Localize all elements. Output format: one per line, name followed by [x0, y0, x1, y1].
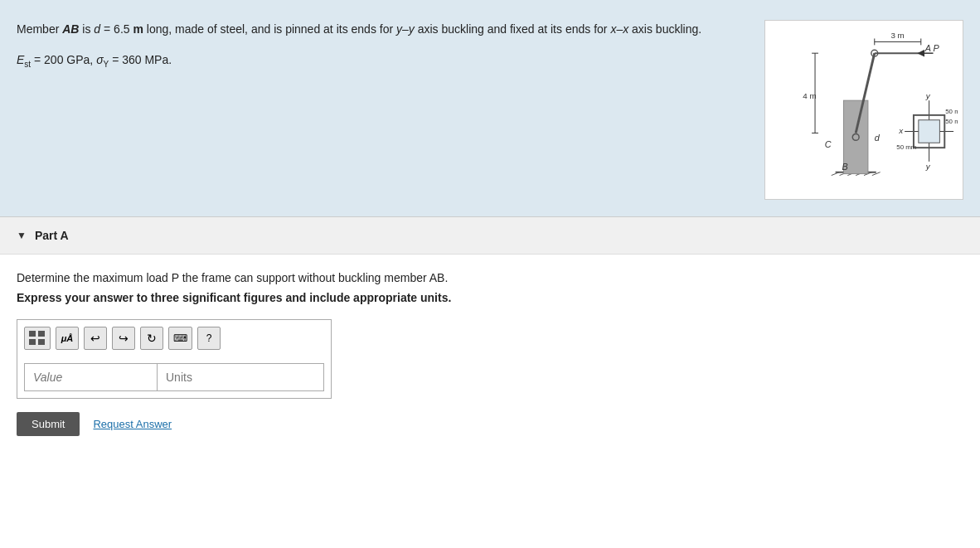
label-y-top: y	[925, 91, 931, 100]
input-row	[24, 363, 324, 391]
label-4m: 4 m	[803, 91, 816, 100]
label-B: B	[842, 162, 847, 172]
diagram-svg: 3 m A P 4 m C B d	[770, 26, 958, 192]
matrix-cell-2	[38, 331, 45, 337]
sigma-val: = 360 MPa.	[109, 53, 172, 66]
xx-axis: x–x	[610, 22, 628, 36]
label-C: C	[825, 139, 832, 149]
part-A-section: ▼ Part A	[0, 217, 980, 255]
e-sigma-line: Est = 200 GPa, σY = 360 MPa.	[17, 53, 748, 69]
yy-axis: y–y	[396, 22, 415, 36]
answer-input-area: μÅ ↩ ↪ ↻ ⌨ ?	[17, 319, 332, 399]
problem-statement: Member AB is d = 6.5 m long, made of ste…	[17, 20, 748, 38]
svg-rect-22	[919, 120, 940, 143]
units-icon-text: μÅ	[61, 333, 74, 343]
stmt-p4: long, made of steel, and is pinned at it…	[143, 22, 396, 36]
label-A: A	[924, 43, 931, 53]
matrix-cell-1	[29, 331, 36, 337]
label-50mm-bottom: 50 mm	[896, 143, 916, 151]
e-var: E	[17, 53, 24, 66]
determine-text: Determine the maximum load P the frame c…	[17, 271, 963, 284]
matrix-button[interactable]	[24, 327, 51, 350]
undo-button[interactable]: ↩	[84, 327, 107, 350]
label-d: d	[875, 133, 881, 143]
page-wrapper: Member AB is d = 6.5 m long, made of ste…	[0, 0, 980, 548]
request-answer-button[interactable]: Request Answer	[93, 418, 172, 430]
diagram-container: 3 m A P 4 m C B d	[764, 20, 963, 200]
member-AB: AB	[62, 22, 79, 36]
e-sub: st	[24, 60, 31, 69]
stmt-p5: axis buckling and fixed at its ends for	[415, 22, 611, 36]
units-button[interactable]: μÅ	[56, 327, 79, 350]
problem-text-block: Member AB is d = 6.5 m long, made of ste…	[17, 20, 748, 69]
keyboard-icon: ⌨	[173, 332, 187, 344]
label-50mm-right: 50 mm	[945, 118, 958, 125]
equals-val: = 6.5	[100, 22, 133, 36]
matrix-cell-4	[38, 339, 45, 345]
submit-button[interactable]: Submit	[17, 412, 80, 436]
matrix-cell-3	[29, 339, 36, 345]
matrix-icon	[29, 331, 46, 346]
units-input[interactable]	[158, 364, 274, 390]
undo-icon: ↩	[90, 332, 100, 345]
part-label: Part A	[35, 229, 69, 242]
redo-button[interactable]: ↪	[112, 327, 135, 350]
unit-m: m	[133, 22, 143, 36]
label-y-bottom: y	[925, 162, 931, 171]
keyboard-button[interactable]: ⌨	[168, 327, 192, 350]
refresh-icon: ↻	[147, 332, 157, 345]
e-val: = 200 GPa,	[31, 53, 96, 66]
var-d: d	[94, 22, 100, 36]
label-P: P	[934, 43, 940, 53]
help-icon-text: ?	[206, 332, 212, 344]
answer-section: Determine the maximum load P the frame c…	[0, 255, 980, 461]
label-50mm-top: 50 mm	[945, 108, 958, 115]
label-3m: 3 m	[890, 31, 904, 40]
express-text: Express your answer to three significant…	[17, 291, 963, 304]
part-arrow: ▼	[17, 230, 27, 241]
toolbar: μÅ ↩ ↪ ↻ ⌨ ?	[24, 327, 324, 355]
stmt-p6: axis buckling.	[628, 22, 701, 36]
problem-section: Member AB is d = 6.5 m long, made of ste…	[0, 0, 980, 217]
help-button[interactable]: ?	[197, 327, 221, 350]
value-input[interactable]	[25, 364, 158, 390]
label-x: x	[898, 126, 904, 135]
redo-icon: ↪	[119, 332, 129, 345]
submit-row: Submit Request Answer	[17, 412, 963, 436]
sigma-var: σ	[96, 53, 103, 66]
refresh-button[interactable]: ↻	[140, 327, 163, 350]
